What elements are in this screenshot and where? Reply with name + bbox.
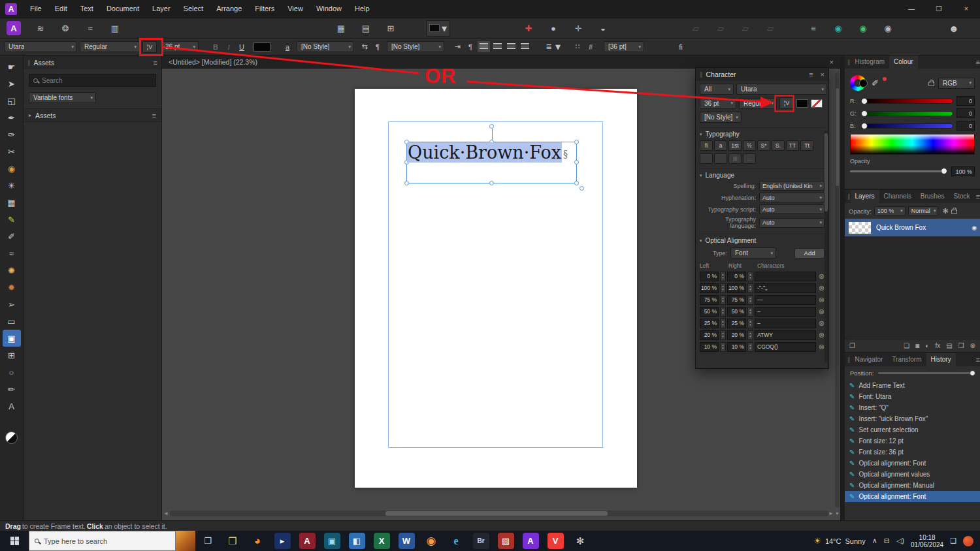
start-button[interactable] <box>0 531 29 551</box>
layer-row[interactable]: Quick Brown Fox ◉ <box>845 219 980 236</box>
italic-button[interactable]: I <box>222 41 235 53</box>
menu-item[interactable]: Help <box>348 0 376 18</box>
stepper[interactable]: ▴▾ <box>720 295 726 305</box>
optical-alignment-section-header[interactable]: ▾ Optical Alignment <box>700 234 825 244</box>
delete-row-icon[interactable]: ⊗ <box>819 296 825 304</box>
taskbar-app[interactable]: e <box>444 531 468 551</box>
menu-item[interactable]: Text <box>74 0 100 18</box>
history-entry[interactable]: ✎ Set current selection <box>845 424 980 435</box>
drag-grip-icon[interactable]: ∥ <box>700 71 703 78</box>
comment-bubble-icon[interactable]: ◒ <box>595 21 611 35</box>
opacity-slider[interactable] <box>850 170 946 172</box>
layer-effects-icon[interactable]: fx <box>935 342 940 349</box>
lock-icon[interactable] <box>951 210 957 214</box>
slider-track[interactable] <box>861 111 953 116</box>
group-layers-icon[interactable]: ▤ <box>946 342 952 349</box>
history-entry[interactable]: ✎ Font size: 12 pt <box>845 435 980 447</box>
new-layer-icon[interactable]: ❒ <box>958 342 964 349</box>
right-value[interactable]: 20 % <box>727 330 746 340</box>
history-entry[interactable]: ✎ Insert: "Q" <box>845 402 980 413</box>
leading-icon[interactable]: ≣ <box>542 41 555 53</box>
lock-icon[interactable] <box>928 82 934 86</box>
left-value[interactable]: 0 % <box>700 272 719 281</box>
scrollbar-thumb[interactable] <box>825 133 828 212</box>
color-sample-icon[interactable]: ● <box>546 21 561 35</box>
fill-colour-swatch[interactable] <box>796 99 808 108</box>
characters-value[interactable] <box>755 272 816 281</box>
menu-item[interactable]: Layer <box>146 0 177 18</box>
stepper[interactable]: ▴▾ <box>747 307 753 317</box>
characters-value[interactable]: CGOQ() <box>755 342 816 352</box>
optical-alignment-row[interactable]: 10 % ▴▾ 10 % ▴▾ CGOQ() ⊗ <box>700 341 825 353</box>
show-special-characters-button[interactable]: ¶ <box>464 41 477 53</box>
panel-menu-icon[interactable]: ≡ <box>976 58 980 66</box>
paragraph-style-select[interactable]: [No Style] ▾ <box>387 41 444 52</box>
stepper[interactable]: ▴▾ <box>720 330 726 340</box>
align-right-icon[interactable] <box>507 43 515 50</box>
waves-icon[interactable]: ≋ <box>33 21 48 35</box>
blend-mode-select[interactable]: Normal ▾ <box>908 206 939 216</box>
close-view-icon[interactable]: × <box>830 58 834 66</box>
taskbar-app[interactable]: ✻ <box>568 531 593 551</box>
status-icon-3[interactable]: ◉ <box>880 21 896 35</box>
history-entry[interactable]: ✎ Optical alignment: Font <box>845 491 980 502</box>
horizontal-scrollbar[interactable] <box>170 511 828 516</box>
text-color-swatch[interactable] <box>253 42 270 52</box>
stepper[interactable]: ▴▾ <box>720 319 726 328</box>
character-color-button[interactable]: a <box>281 41 294 53</box>
optical-alignment-row[interactable]: 75 % ▴▾ 75 % ▴▾ --- ⊗ <box>700 294 825 306</box>
ellipse-tool[interactable]: ○ <box>3 364 21 381</box>
layer-visibility-icon[interactable]: ◉ <box>972 225 977 231</box>
slider-track[interactable] <box>861 99 953 104</box>
taskbar-app[interactable]: A <box>295 531 319 551</box>
panel-menu-icon[interactable]: ≡ <box>976 193 980 200</box>
language-select[interactable]: Auto ▾ <box>759 218 825 228</box>
optical-alignment-row[interactable]: 50 % ▴▾ 50 % ▴▾ – ⊗ <box>700 306 825 317</box>
drag-grip-icon[interactable]: ∥ <box>27 59 31 66</box>
layer-options-icon[interactable]: ❐ <box>849 342 855 349</box>
tray-app-icon[interactable] <box>963 536 973 546</box>
strokes-icon[interactable]: ≈ <box>82 21 98 35</box>
assets-section-header[interactable]: ▸ Assets ≡ <box>24 108 161 122</box>
left-value[interactable]: 10 % <box>700 342 719 352</box>
menu-item[interactable]: Document <box>100 0 146 18</box>
panel-menu-icon[interactable]: ≡ <box>976 356 980 364</box>
scroll-left-icon[interactable]: ◄ <box>163 511 169 516</box>
burn-tool[interactable]: ✹ <box>3 279 21 296</box>
pencil-tool[interactable]: ✏ <box>3 381 21 398</box>
layer-thumbnail[interactable] <box>848 221 872 234</box>
stepper[interactable]: ▴▾ <box>720 272 726 281</box>
frame-link-handle[interactable] <box>580 186 584 191</box>
merge-cells-icon[interactable]: ⊞ <box>383 21 399 35</box>
history-entry[interactable]: ✎ Font size: 36 pt <box>845 447 980 458</box>
colour-slider[interactable]: B: 0 <box>850 120 975 131</box>
taskbar-app[interactable]: ◉ <box>419 531 444 551</box>
slider-value[interactable]: 0 <box>956 121 975 131</box>
slider-value[interactable]: 0 <box>956 108 975 118</box>
typography-section-header[interactable]: ▾ Typography <box>700 127 825 138</box>
panel-tab[interactable]: Stock <box>949 190 974 203</box>
right-value[interactable]: 50 % <box>727 307 746 317</box>
taskbar-app[interactable]: ▣ <box>319 531 344 551</box>
grid-panel-icon[interactable]: ▥ <box>107 21 123 35</box>
adjustment-layer-icon[interactable]: ◐ <box>925 342 929 349</box>
optical-alignment-row[interactable]: 25 % ▴▾ 25 % ▴▾ – ⊗ <box>700 317 825 329</box>
link-layer-icon[interactable]: ❏ <box>904 342 909 349</box>
eyedropper-icon[interactable]: ✐ <box>872 78 879 88</box>
colour-slider[interactable]: R: 0 <box>850 95 975 106</box>
slider-knob[interactable] <box>970 370 975 376</box>
taskbar-app[interactable]: X <box>369 531 394 551</box>
delete-row-icon[interactable]: ⊗ <box>819 319 825 328</box>
history-entry[interactable]: ✎ Font: Utara <box>845 391 980 402</box>
search-input[interactable] <box>42 77 152 84</box>
stepper[interactable]: ▴▾ <box>747 319 753 328</box>
left-value[interactable]: 25 % <box>700 319 719 328</box>
panel-tab[interactable]: Layers <box>851 190 879 203</box>
typography-feature-button[interactable]: fi <box>700 140 713 151</box>
delete-layer-icon[interactable]: ⊗ <box>970 342 975 349</box>
characters-value[interactable]: -''-''„ <box>755 283 816 293</box>
status-icon-1[interactable]: ◉ <box>830 21 846 35</box>
typography-feature-button[interactable] <box>700 153 713 164</box>
panel-tab[interactable]: Channels <box>879 190 916 203</box>
opacity-value[interactable]: 100 % <box>951 166 975 176</box>
